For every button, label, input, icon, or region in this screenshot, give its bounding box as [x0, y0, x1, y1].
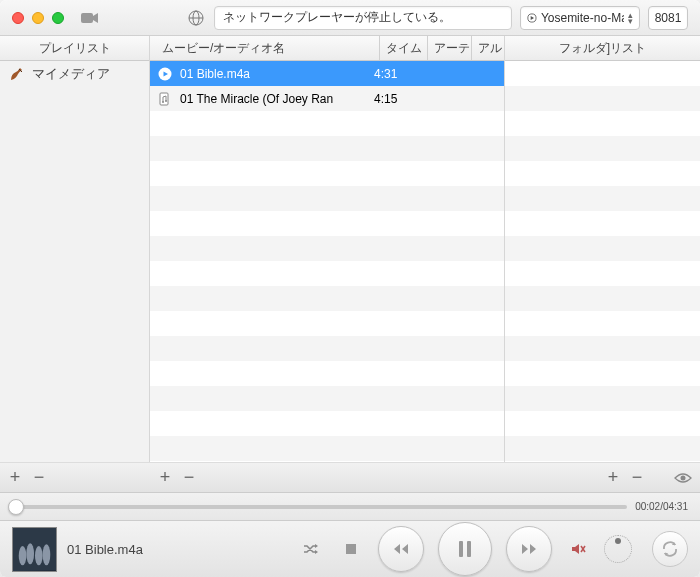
svg-point-15 — [43, 544, 51, 565]
port-value: 8081 — [655, 11, 682, 25]
folder-add-button[interactable]: + — [606, 467, 620, 488]
close-window-button[interactable] — [12, 12, 24, 24]
track-time: 4:15 — [374, 92, 422, 106]
svg-rect-7 — [160, 93, 168, 105]
media-column: ムービー/オーディオ名 タイム アーテ アル 01 Bible.m4a 4:31 — [150, 36, 505, 462]
svg-rect-17 — [459, 541, 463, 557]
svg-point-13 — [26, 543, 34, 564]
track-name: 01 Bible.m4a — [180, 67, 374, 81]
prev-button[interactable] — [378, 526, 424, 572]
playlist-body: マイメディア — [0, 61, 149, 462]
violin-icon — [8, 66, 24, 82]
camera-icon[interactable] — [80, 8, 100, 28]
track-name: 01 The Miracle (Of Joey Ran — [180, 92, 374, 106]
shuffle-button[interactable] — [296, 534, 326, 564]
progress-slider[interactable] — [12, 505, 627, 509]
svg-point-10 — [681, 475, 686, 480]
album-art[interactable] — [12, 527, 57, 572]
svg-rect-16 — [346, 544, 356, 554]
play-indicator-icon — [156, 65, 174, 83]
device-dropdown[interactable]: Yosemite-no-MacB ▴▾ — [520, 6, 640, 30]
progress-row: 00:02/04:31 — [0, 493, 700, 521]
next-button[interactable] — [506, 526, 552, 572]
column-album[interactable]: アル — [472, 36, 504, 60]
controls-row: + − + − + − — [0, 463, 700, 493]
folder-header[interactable]: フォルダ]リスト — [505, 36, 700, 61]
status-text: ネットワークプレーヤーが停止している。 — [223, 9, 451, 26]
zoom-window-button[interactable] — [52, 12, 64, 24]
stop-button[interactable] — [336, 534, 366, 564]
media-header: ムービー/オーディオ名 タイム アーテ アル — [150, 36, 504, 61]
sync-button[interactable] — [652, 531, 688, 567]
playlist-remove-button[interactable]: − — [32, 467, 46, 488]
svg-point-9 — [165, 100, 167, 102]
track-row[interactable]: 01 The Miracle (Of Joey Ran 4:15 — [150, 86, 504, 111]
content-area: プレイリスト マイメディア ムービー/オーディオ名 タイム アーテ アル — [0, 36, 700, 463]
playlist-item-mymedia[interactable]: マイメディア — [0, 61, 149, 86]
app-window: ネットワークプレーヤーが停止している。 Yosemite-no-MacB ▴▾ … — [0, 0, 700, 577]
folder-column: フォルダ]リスト — [505, 36, 700, 462]
column-media-name[interactable]: ムービー/オーディオ名 — [156, 36, 380, 60]
playlist-header[interactable]: プレイリスト — [0, 36, 149, 61]
volume-knob[interactable] — [604, 535, 632, 563]
network-icon[interactable] — [186, 8, 206, 28]
audio-file-icon — [156, 90, 174, 108]
svg-rect-18 — [467, 541, 471, 557]
track-time: 4:31 — [374, 67, 422, 81]
playlist-column: プレイリスト マイメディア — [0, 36, 150, 462]
titlebar: ネットワークプレーヤーが停止している。 Yosemite-no-MacB ▴▾ … — [0, 0, 700, 36]
minimize-window-button[interactable] — [32, 12, 44, 24]
folder-body — [505, 61, 700, 462]
traffic-lights — [12, 12, 64, 24]
svg-point-14 — [35, 546, 43, 565]
svg-point-12 — [19, 546, 27, 565]
network-status: ネットワークプレーヤーが停止している。 — [214, 6, 512, 30]
now-playing-title: 01 Bible.m4a — [67, 542, 143, 557]
track-row[interactable]: 01 Bible.m4a 4:31 — [150, 61, 504, 86]
time-display: 00:02/04:31 — [635, 501, 688, 512]
player-row: 01 Bible.m4a — [0, 521, 700, 577]
column-time[interactable]: タイム — [380, 36, 428, 60]
folder-remove-button[interactable]: − — [630, 467, 644, 488]
dropdown-arrows-icon: ▴▾ — [628, 12, 633, 24]
mute-button[interactable] — [564, 534, 594, 564]
media-remove-button[interactable]: − — [182, 467, 196, 488]
port-field[interactable]: 8081 — [648, 6, 688, 30]
svg-rect-0 — [81, 13, 93, 23]
svg-point-8 — [162, 101, 164, 103]
progress-thumb[interactable] — [8, 499, 24, 515]
playlist-item-label: マイメディア — [32, 65, 110, 83]
svg-rect-11 — [13, 527, 56, 570]
column-artist[interactable]: アーテ — [428, 36, 472, 60]
pause-button[interactable] — [438, 522, 492, 576]
playlist-add-button[interactable]: + — [8, 467, 22, 488]
device-name: Yosemite-no-MacB — [541, 11, 624, 25]
media-add-button[interactable]: + — [158, 467, 172, 488]
visibility-toggle[interactable] — [674, 472, 692, 484]
media-body: 01 Bible.m4a 4:31 01 The Miracle (Of Joe… — [150, 61, 504, 462]
